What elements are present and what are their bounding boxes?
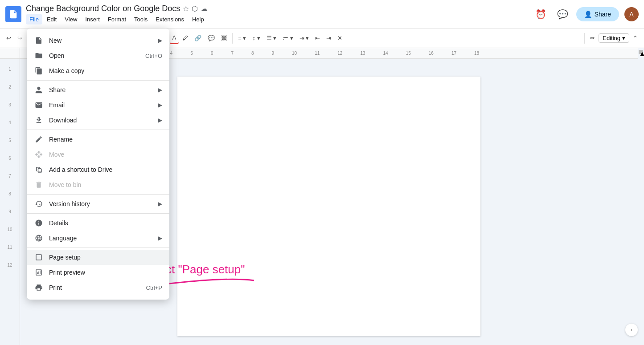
doc-title-area: Change Background Color on Google Docs ☆…	[26, 4, 533, 24]
doc-title-row: Change Background Color on Google Docs ☆…	[26, 4, 533, 13]
share-button[interactable]: 👤 Share	[576, 7, 619, 21]
menu-section-3: Rename Move Add a shortcut to Drive Move…	[27, 130, 169, 195]
add-shortcut-icon	[34, 166, 44, 174]
menu-section-4: Version history ▶	[27, 195, 169, 214]
language-icon	[34, 234, 44, 242]
doc-title: Change Background Color on Google Docs	[26, 4, 180, 13]
history-icon-menu	[34, 200, 44, 208]
checklist-button[interactable]: ☰ ▾	[264, 33, 279, 43]
menu-item-make-copy[interactable]: Make a copy	[27, 63, 169, 78]
user-avatar[interactable]: A	[624, 7, 639, 21]
share-arrow: ▶	[158, 87, 162, 93]
line-spacing-button[interactable]: ↕ ▾	[250, 33, 263, 43]
details-icon	[34, 219, 44, 227]
rename-label: Rename	[49, 136, 162, 143]
indent-button[interactable]: ⇥ ▾	[297, 33, 312, 43]
download-icon	[34, 116, 44, 124]
menu-view[interactable]: View	[61, 14, 81, 24]
menu-item-open[interactable]: Open Ctrl+O	[27, 48, 169, 63]
version-history-label: Version history	[49, 200, 158, 207]
comment-button[interactable]: 💬	[205, 33, 217, 43]
menu-edit[interactable]: Edit	[43, 14, 60, 24]
menu-bar: File Edit View Insert Format Tools Exten…	[26, 14, 533, 24]
print-label: Print	[49, 284, 146, 291]
list-button[interactable]: ≔ ▾	[280, 33, 296, 43]
top-right-controls: ⏰ 💬 👤 Share A	[533, 6, 639, 22]
menu-item-move: Move	[27, 147, 169, 162]
history-icon[interactable]: ⏰	[533, 6, 549, 22]
page-setup-icon	[34, 253, 44, 261]
chat-icon[interactable]: 💬	[554, 6, 571, 22]
link-button[interactable]: 🔗	[192, 33, 204, 43]
add-shortcut-label: Add a shortcut to Drive	[49, 166, 162, 173]
menu-item-share[interactable]: Share ▶	[27, 82, 169, 97]
download-arrow: ▶	[158, 117, 162, 123]
star-icon[interactable]: ☆	[183, 4, 189, 13]
menu-item-download[interactable]: Download ▶	[27, 113, 169, 128]
version-arrow: ▶	[158, 201, 162, 207]
cloud-icon[interactable]: ☁	[201, 4, 208, 13]
docs-icon	[8, 9, 18, 19]
menu-tools[interactable]: Tools	[131, 14, 151, 24]
undo-button[interactable]: ↩	[4, 33, 14, 43]
menu-extensions[interactable]: Extensions	[152, 14, 188, 24]
menu-item-language[interactable]: Language ▶	[27, 231, 169, 246]
menu-insert[interactable]: Insert	[82, 14, 103, 24]
drive-icon[interactable]: ⬡	[192, 4, 198, 13]
clear-format-button[interactable]: ✕	[335, 33, 345, 43]
scrollbar-area: ▲	[638, 48, 644, 345]
menu-section-5: Details Language ▶	[27, 214, 169, 248]
move-label: Move	[49, 151, 162, 158]
share-person-icon	[34, 86, 44, 94]
share-label2: Share	[49, 86, 158, 93]
title-icons: ☆ ⬡ ☁	[183, 4, 208, 13]
highlight-button[interactable]: 🖊	[180, 33, 191, 43]
editing-label: Editing	[603, 35, 620, 41]
menu-format[interactable]: Format	[104, 14, 130, 24]
docs-logo	[5, 6, 21, 22]
email-arrow: ▶	[158, 102, 162, 108]
menu-item-add-shortcut[interactable]: Add a shortcut to Drive	[27, 162, 169, 177]
redo-button[interactable]: ↪	[15, 33, 25, 43]
menu-item-move-bin: Move to bin	[27, 177, 169, 192]
make-copy-label: Make a copy	[49, 67, 162, 74]
open-shortcut: Ctrl+O	[145, 53, 162, 59]
bin-icon	[34, 181, 44, 189]
page-setup-label: Page setup	[49, 254, 162, 261]
edit-icon-pencil[interactable]: ✏	[587, 33, 598, 43]
menu-section-6: Page setup Print preview Print Ctrl+P	[27, 248, 169, 297]
file-dropdown-menu: New ▶ Open Ctrl+O Make a copy Share ▶	[27, 28, 169, 300]
menu-section-2: Share ▶ Email ▶ Download ▶	[27, 81, 169, 130]
menu-item-new[interactable]: New ▶	[27, 33, 169, 48]
top-bar: Change Background Color on Google Docs ☆…	[0, 0, 644, 28]
menu-item-print-preview[interactable]: Print preview	[27, 265, 169, 280]
scroll-up-button[interactable]: ▲	[639, 50, 643, 54]
language-arrow: ▶	[158, 235, 162, 241]
move-icon	[34, 150, 44, 158]
indent-decrease-button[interactable]: ⇤	[312, 33, 323, 43]
indent-increase-button[interactable]: ⇥	[324, 33, 334, 43]
new-label: New	[49, 37, 158, 44]
rename-icon	[34, 135, 44, 143]
menu-help[interactable]: Help	[189, 14, 208, 24]
open-label: Open	[49, 52, 145, 59]
menu-item-details[interactable]: Details	[27, 215, 169, 231]
text-color-button[interactable]: A	[170, 32, 179, 44]
editing-arrow: ▾	[622, 35, 625, 41]
collapse-toolbar-button[interactable]: ⌃	[630, 33, 640, 43]
sidebar-toggle[interactable]: ›	[625, 324, 638, 336]
print-shortcut: Ctrl+P	[146, 284, 162, 291]
email-label: Email	[49, 101, 158, 109]
menu-item-print[interactable]: Print Ctrl+P	[27, 280, 169, 295]
menu-item-version-history[interactable]: Version history ▶	[27, 196, 169, 211]
toolbar-sep-4	[232, 33, 233, 44]
editing-dropdown[interactable]: Editing ▾	[599, 33, 629, 43]
menu-file[interactable]: File	[26, 14, 42, 24]
move-bin-label: Move to bin	[49, 181, 162, 188]
menu-item-page-setup[interactable]: Page setup	[27, 250, 169, 265]
image-button[interactable]: 🖼	[218, 33, 230, 43]
menu-item-rename[interactable]: Rename	[27, 132, 169, 147]
menu-item-email[interactable]: Email ▶	[27, 97, 169, 113]
align-button[interactable]: ≡ ▾	[235, 33, 249, 43]
email-icon	[34, 101, 44, 109]
